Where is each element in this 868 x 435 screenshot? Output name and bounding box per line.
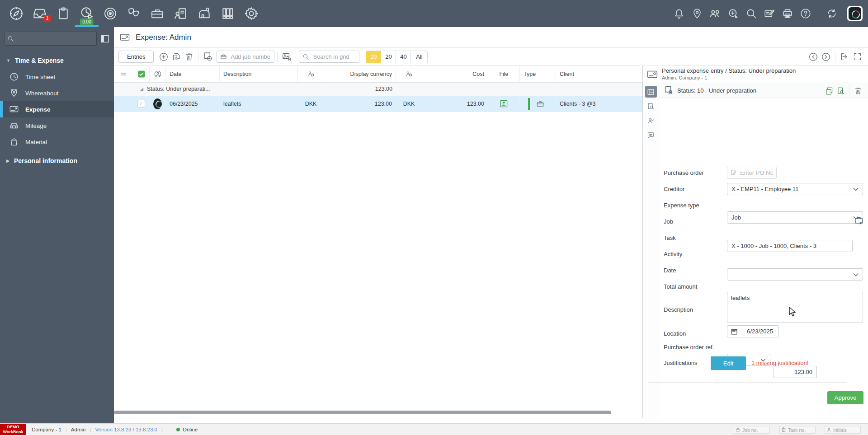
- sidebar-item-whereabout[interactable]: Whereabout: [0, 85, 114, 101]
- view-receipt-button[interactable]: [835, 85, 846, 96]
- description-column-header[interactable]: Description: [220, 66, 298, 82]
- tasks-nav-icon[interactable]: [52, 0, 75, 27]
- purchase-order-field: [727, 167, 777, 179]
- row-menu-column-header[interactable]: [114, 66, 133, 82]
- group-expand-icon[interactable]: ◢: [140, 87, 143, 91]
- delete-entry-button[interactable]: [183, 51, 195, 63]
- scrollbar-thumb[interactable]: [114, 411, 611, 414]
- panel-arrow-icon: [840, 52, 849, 61]
- page-size-20[interactable]: 20: [381, 51, 396, 63]
- task-select[interactable]: [727, 268, 863, 281]
- masks-nav-icon[interactable]: [122, 0, 146, 27]
- attach-image-button[interactable]: [280, 51, 293, 63]
- row-menu-cell: [114, 96, 133, 111]
- inbox-count-badge: 1: [44, 15, 51, 22]
- company-indicator[interactable]: Company - 1 | Admin | Version 13.8.23 / …: [32, 424, 167, 435]
- sidebar-item-mileage[interactable]: Mileage: [0, 117, 114, 134]
- notifications-button[interactable]: [670, 0, 688, 27]
- group-row-status[interactable]: ◢ Status: Under preparati... 123.00: [114, 83, 642, 96]
- tab-approval[interactable]: [645, 115, 657, 126]
- mailbox-nav-icon[interactable]: [193, 0, 216, 27]
- print-button[interactable]: [778, 0, 797, 27]
- edit-justifications-button[interactable]: Edit: [711, 356, 746, 370]
- cost-column-header[interactable]: Cost: [422, 66, 488, 82]
- sidebar-item-material[interactable]: Material: [0, 134, 114, 150]
- expand-icon: [853, 52, 862, 61]
- split-expense-button[interactable]: [201, 51, 214, 63]
- field-label: Activity: [664, 251, 682, 257]
- type-column-header[interactable]: Type: [520, 66, 556, 82]
- zoom-button[interactable]: [724, 0, 742, 27]
- tab-receipt-preview[interactable]: [645, 100, 657, 112]
- row-file-cell[interactable]: [488, 96, 520, 111]
- resources-nav-icon[interactable]: [169, 0, 193, 27]
- fullscreen-button[interactable]: [851, 51, 863, 63]
- archive-nav-icon[interactable]: [216, 0, 240, 27]
- client-column-header[interactable]: Client: [556, 66, 642, 82]
- approve-button[interactable]: Approve: [827, 391, 863, 404]
- chevron-collapsed-icon: ▶: [6, 159, 9, 163]
- cost-currency-column-header[interactable]: [396, 66, 422, 82]
- whereabout-pin-icon: [9, 88, 19, 98]
- page-size-40[interactable]: 40: [396, 51, 411, 63]
- employees-button[interactable]: [706, 0, 724, 27]
- group-total-display-currency: 123.00: [324, 86, 396, 92]
- copy-entry-button[interactable]: [170, 51, 183, 63]
- search-button[interactable]: [742, 0, 760, 27]
- expense-row[interactable]: ✓ 06/23/2025 leaflets DKK 123.00 DKK 123…: [114, 96, 642, 112]
- inbox-nav-icon[interactable]: 1: [28, 0, 52, 27]
- version-link[interactable]: Version 13.8.23 / 13.8.23.0: [95, 427, 157, 432]
- currency-column-header[interactable]: [298, 66, 324, 82]
- horizontal-scrollbar[interactable]: [114, 410, 642, 415]
- date-column-header[interactable]: Date: [166, 66, 220, 82]
- search-icon: [745, 8, 757, 19]
- row-cost-currency-cell: DKK: [396, 96, 422, 111]
- sync-button[interactable]: [823, 0, 841, 27]
- row-approved-cell[interactable]: ✓: [133, 96, 150, 111]
- tab-comments[interactable]: [645, 129, 657, 141]
- collapse-sidebar-icon[interactable]: [100, 34, 110, 44]
- expense-type-select[interactable]: Job: [727, 211, 863, 224]
- copy-entry-button[interactable]: [823, 85, 835, 96]
- compose-button[interactable]: [760, 0, 778, 27]
- employee-column-header[interactable]: [150, 66, 166, 82]
- sidebar-item-label: Time sheet: [25, 74, 55, 80]
- amount-input[interactable]: 123.00: [774, 366, 817, 378]
- time-tracker-nav-icon[interactable]: 0.00: [75, 0, 99, 27]
- sidebar-section-personal-information[interactable]: ▶ Personal information: [0, 153, 114, 169]
- history-back-button[interactable]: [807, 51, 820, 63]
- settings-nav-icon[interactable]: [240, 0, 263, 27]
- detach-panel-button[interactable]: [838, 51, 851, 63]
- file-column-header[interactable]: File: [488, 66, 520, 82]
- job-input[interactable]: X - 1000 - Job - 1000, Clients - 3: [727, 240, 853, 252]
- column-label: Cost: [472, 71, 484, 77]
- entries-menu-button[interactable]: Entries: [118, 51, 154, 63]
- job-filter-button[interactable]: [854, 215, 865, 228]
- sidebar-item-label: Material: [25, 139, 47, 145]
- creditor-select[interactable]: X - EMP11 - Employee 11: [727, 183, 863, 195]
- sidebar-item-label: Whereabout: [25, 90, 59, 97]
- sidebar-section-time-expense[interactable]: ▼ Time & Expense: [0, 52, 114, 69]
- display-currency-column-header[interactable]: Display currency: [324, 66, 396, 82]
- approved-column-header[interactable]: [133, 66, 150, 82]
- add-entry-button[interactable]: [157, 51, 170, 63]
- person-circle-icon: [154, 70, 162, 78]
- sidebar-search-input[interactable]: [5, 32, 97, 46]
- sidebar-item-expense[interactable]: Expense: [0, 101, 114, 117]
- page-size-10[interactable]: 10: [366, 51, 381, 63]
- page-size-all[interactable]: All: [411, 51, 427, 63]
- date-input[interactable]: 31 6/23/2025: [727, 325, 779, 337]
- target-nav-icon[interactable]: [99, 0, 122, 27]
- user-avatar[interactable]: [847, 6, 863, 21]
- help-button[interactable]: [797, 0, 815, 27]
- creditor-value: X - EMP11 - Employee 11: [731, 186, 798, 192]
- tab-details[interactable]: [645, 86, 657, 98]
- compass-nav-icon[interactable]: [5, 0, 28, 27]
- checkbox-icon[interactable]: ✓: [137, 100, 145, 108]
- jobs-nav-icon[interactable]: [146, 0, 169, 27]
- sidebar-item-time-sheet[interactable]: Time sheet: [0, 69, 114, 85]
- history-forward-button[interactable]: [820, 51, 832, 63]
- expense-type-value: Job: [731, 214, 741, 221]
- delete-entry-button[interactable]: [852, 85, 864, 96]
- whereabouts-button[interactable]: [688, 0, 706, 27]
